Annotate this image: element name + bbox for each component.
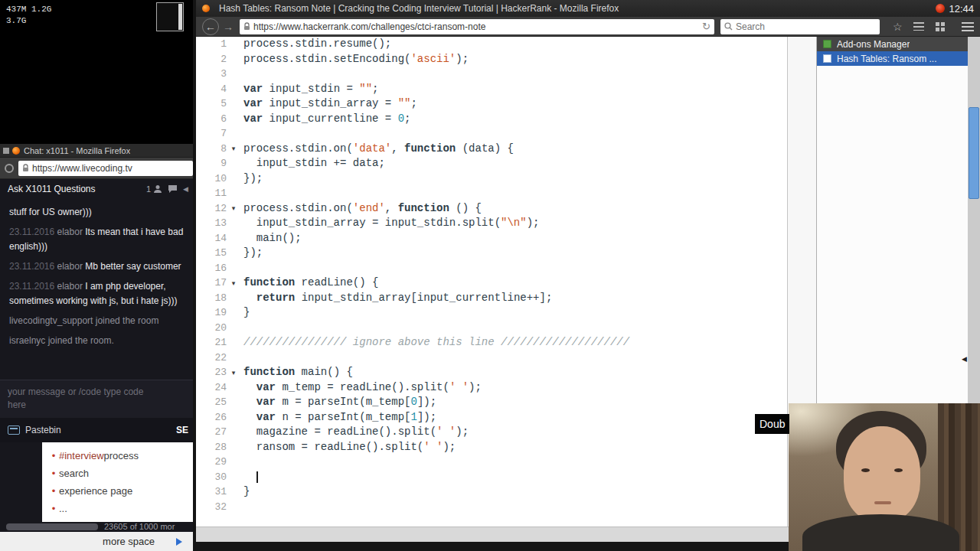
code-line[interactable]: } (243, 484, 787, 500)
line-number: 15 (196, 247, 227, 259)
code-line[interactable] (243, 67, 787, 82)
bookmark-star-icon[interactable]: ☆ (893, 21, 903, 33)
pastebin-button[interactable]: Pastebin (25, 425, 176, 435)
list-item[interactable]: •... (48, 500, 193, 517)
fold-open-icon[interactable]: ▾ (227, 369, 240, 377)
window-menu-icon[interactable] (3, 148, 9, 154)
forward-button[interactable]: → (223, 21, 234, 32)
webcam-overlay (789, 403, 980, 551)
puzzle-icon (823, 40, 831, 48)
browser-titlebar[interactable]: Hash Tables: Ransom Note | Cracking the … (196, 0, 980, 17)
code-line[interactable]: process.stdin.on('data', function (data)… (243, 142, 787, 157)
code-line[interactable] (243, 261, 787, 276)
code-line[interactable]: var input_stdin_array = ""; (243, 96, 787, 112)
horizontal-scroll-area[interactable] (196, 527, 816, 542)
code-line[interactable]: return input_stdin_array[input_currentli… (243, 291, 787, 306)
code-line[interactable] (243, 455, 787, 470)
fold-open-icon[interactable]: ▾ (227, 145, 240, 152)
line-number: 21 (196, 337, 227, 348)
menu-icon[interactable] (962, 22, 974, 31)
code-line[interactable]: process.stdin.resume(); (243, 37, 787, 52)
code-line[interactable] (243, 186, 787, 201)
chat-titlebar[interactable]: Chat: x1011 - Mozilla Firefox (0, 144, 193, 158)
code-line[interactable]: main(); (243, 231, 787, 246)
code-token: , (385, 202, 398, 214)
code-token: 0 (398, 112, 404, 125)
list-item[interactable]: •experience page (48, 482, 193, 500)
line-number: 24 (196, 382, 227, 393)
code-line[interactable]: function readLine() { (243, 276, 787, 291)
notes-panel: •#interview process•search•experience pa… (42, 442, 193, 522)
search-icon (724, 22, 733, 31)
chat-message-input[interactable]: your message or /code type code here (0, 380, 193, 418)
identity-icon[interactable] (5, 164, 14, 173)
chat-messages[interactable]: stuff for US owner)))23.11.2016 elabor I… (0, 199, 193, 380)
code-line[interactable]: }); (243, 246, 787, 261)
code-line[interactable]: var n = parseInt(m_temp[1]); (243, 410, 787, 425)
code-line[interactable]: input_stdin += data; (243, 156, 787, 171)
code-line[interactable] (243, 321, 787, 336)
expand-triangle-icon[interactable] (176, 538, 182, 546)
search-bar[interactable] (720, 19, 880, 34)
scrollbar-thumb[interactable] (969, 107, 979, 199)
code-line[interactable]: magazine = readLine().split(' '); (243, 425, 787, 440)
send-button[interactable]: SE (176, 425, 188, 435)
url-input[interactable] (250, 21, 698, 32)
gutter-line: 32 (196, 500, 240, 515)
gutter-line: 17▾ (196, 276, 240, 291)
url-bar[interactable]: ↻ (240, 19, 714, 34)
code-line[interactable]: } (243, 305, 787, 321)
bookmarks-menu-icon[interactable] (913, 22, 924, 31)
code-line[interactable]: var input_stdin = ""; (243, 82, 787, 97)
code-token: 'data' (353, 142, 391, 155)
editor-code[interactable]: process.stdin.resume();process.stdin.set… (240, 37, 787, 527)
code-token: var (243, 97, 263, 109)
line-number: 16 (196, 262, 227, 274)
reload-icon[interactable]: ↻ (702, 21, 710, 32)
sidebar-tab[interactable]: Add-ons Manager (817, 37, 968, 51)
code-token (243, 471, 256, 483)
back-button[interactable]: ← (202, 18, 219, 35)
code-line[interactable]: input_stdin_array = input_stdin.split("\… (243, 216, 787, 231)
code-line[interactable] (243, 470, 787, 485)
code-line[interactable]: //////////////// ignore above this line … (243, 335, 787, 350)
chat-message: stuff for US owner))) (9, 205, 184, 220)
collapse-left-icon[interactable]: ◀ (183, 185, 188, 193)
list-item-label: #interview (59, 450, 104, 461)
line-number: 10 (196, 173, 227, 184)
code-line[interactable]: function main() { (243, 365, 787, 380)
code-line[interactable]: var input_currentline = 0; (243, 112, 787, 127)
code-line[interactable]: process.stdin.on('end', function () { (243, 201, 787, 217)
progress-pill[interactable] (6, 523, 98, 530)
list-item[interactable]: •#interview process (48, 447, 193, 465)
fold-open-icon[interactable]: ▾ (227, 204, 240, 212)
more-space-link[interactable]: more space (103, 536, 155, 547)
chat-url-input[interactable] (29, 163, 193, 174)
gutter-line: 27 (196, 425, 240, 440)
code-line[interactable]: }); (243, 171, 787, 187)
code-line[interactable] (243, 126, 787, 142)
gutter-line: 25 (196, 395, 240, 410)
bullet-icon: • (48, 485, 59, 497)
code-editor[interactable]: 12345678▾9101112▾1314151617▾181920212223… (196, 37, 788, 527)
code-line[interactable] (243, 350, 787, 366)
gutter-line: 11 (196, 186, 240, 201)
editor-gutter: 12345678▾9101112▾1314151617▾181920212223… (196, 37, 240, 527)
sidebar-collapse-icon[interactable]: ◀ (962, 355, 967, 363)
tab-groups-icon[interactable] (936, 22, 945, 31)
sidebar-tab[interactable]: Hash Tables: Ransom ... (817, 51, 968, 66)
code-token: var (243, 112, 263, 125)
code-line[interactable]: ransom = readLine().split(' '); (243, 440, 787, 455)
line-number: 29 (196, 456, 227, 468)
search-input[interactable] (733, 21, 880, 32)
code-line[interactable] (243, 500, 787, 515)
code-line[interactable]: process.stdin.setEncoding('ascii'); (243, 52, 787, 67)
code-line[interactable]: var m_temp = readLine().split(' '); (243, 380, 787, 396)
fold-open-icon[interactable]: ▾ (227, 279, 240, 287)
code-line[interactable]: var m = parseInt(m_temp[0]); (243, 395, 787, 410)
chat-url-bar[interactable] (18, 161, 193, 176)
person-eye (861, 468, 870, 472)
code-token: ); (527, 217, 540, 229)
list-item[interactable]: •search (48, 465, 193, 482)
code-token (243, 411, 256, 423)
